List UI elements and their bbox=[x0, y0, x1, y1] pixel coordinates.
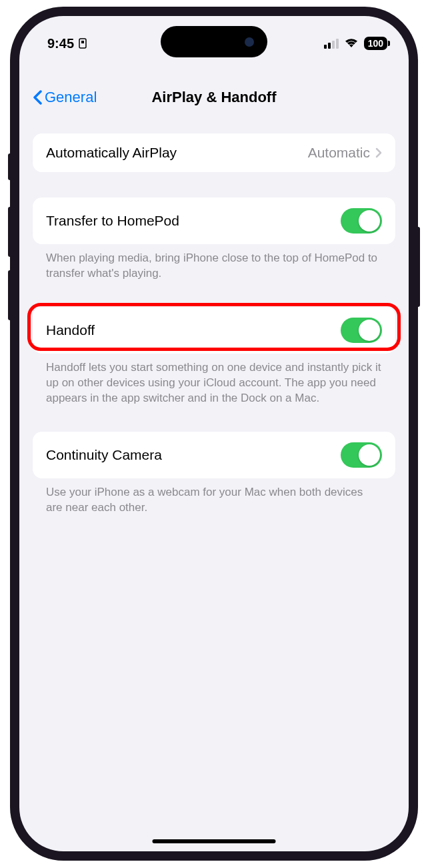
cellular-signal-icon bbox=[324, 39, 339, 49]
continuity-footer: Use your iPhone as a webcam for your Mac… bbox=[33, 478, 395, 516]
transfer-homepod-toggle[interactable] bbox=[341, 208, 382, 234]
continuity-toggle[interactable] bbox=[341, 442, 382, 468]
transfer-homepod-section: Transfer to HomePod When playing media, … bbox=[33, 197, 395, 282]
back-label: General bbox=[45, 89, 97, 106]
chevron-right-icon bbox=[375, 147, 382, 158]
wifi-icon bbox=[344, 38, 359, 49]
auto-airplay-value: Automatic bbox=[308, 145, 370, 161]
auto-airplay-label: Automatically AirPlay bbox=[46, 145, 177, 161]
continuity-label: Continuity Camera bbox=[46, 447, 162, 463]
handoff-toggle[interactable] bbox=[341, 318, 382, 343]
status-time: 9:45 bbox=[47, 36, 74, 51]
phone-screen: 9:45 100 General AirPla bbox=[19, 16, 409, 851]
handoff-row: Handoff bbox=[33, 307, 395, 354]
dynamic-island bbox=[161, 26, 267, 57]
transfer-homepod-label: Transfer to HomePod bbox=[46, 213, 179, 229]
auto-airplay-row[interactable]: Automatically AirPlay Automatic bbox=[33, 133, 395, 172]
battery-level: 100 bbox=[368, 38, 383, 49]
handoff-section: Handoff Handoff lets you start something… bbox=[33, 307, 395, 406]
back-button[interactable]: General bbox=[33, 89, 97, 106]
handoff-label: Handoff bbox=[46, 322, 95, 338]
chevron-left-icon bbox=[33, 90, 42, 105]
home-indicator[interactable] bbox=[153, 839, 276, 843]
handoff-footer: Handoff lets you start something on one … bbox=[33, 354, 395, 406]
phone-frame: 9:45 100 General AirPla bbox=[10, 7, 418, 861]
transfer-homepod-footer: When playing media, bring iPhone close t… bbox=[33, 244, 395, 282]
auto-airplay-section: Automatically AirPlay Automatic bbox=[33, 133, 395, 172]
svg-rect-1 bbox=[81, 41, 84, 43]
battery-indicator: 100 bbox=[364, 37, 387, 50]
page-title: AirPlay & Handoff bbox=[151, 89, 276, 106]
transfer-homepod-row: Transfer to HomePod bbox=[33, 197, 395, 244]
continuity-row: Continuity Camera bbox=[33, 432, 395, 478]
settings-content: Automatically AirPlay Automatic Transfer… bbox=[19, 113, 409, 516]
notch-icon bbox=[78, 38, 87, 49]
continuity-section: Continuity Camera Use your iPhone as a w… bbox=[33, 432, 395, 516]
navigation-bar: General AirPlay & Handoff bbox=[19, 81, 409, 113]
